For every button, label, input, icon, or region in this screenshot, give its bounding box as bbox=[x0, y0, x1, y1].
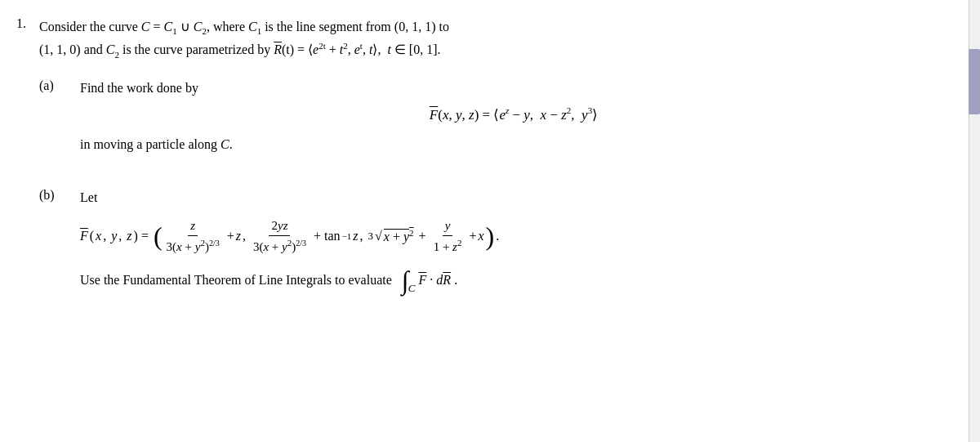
part-a-equation: F(x, y, z) = ⟨ez − y, x − z2, y3⟩ bbox=[80, 105, 947, 123]
part-a: (a) Find the work done by F(x, y, z) = ⟨… bbox=[39, 77, 947, 160]
part-a-intro: Find the work done by bbox=[80, 77, 947, 99]
part-b-closing: Use the Fundamental Theorem of Line Inte… bbox=[80, 267, 947, 293]
fundamental-theorem-text: Use the Fundamental Theorem of Line Inte… bbox=[80, 273, 392, 288]
part-b: (b) Let F(x, y, z) = ( z 3(x + y2)2/3 + … bbox=[39, 186, 947, 293]
part-b-equation: F(x, y, z) = ( z 3(x + y2)2/3 + z, 2yz 3… bbox=[80, 217, 947, 256]
scrollbar[interactable] bbox=[969, 0, 980, 442]
problem-intro: Consider the curve C = C1 ∪ C2, where C1… bbox=[39, 16, 947, 62]
part-b-intro: Let bbox=[80, 186, 947, 208]
part-a-closing: in moving a particle along C. bbox=[80, 133, 947, 155]
page-container: 1. Consider the curve C = C1 ∪ C2, where… bbox=[0, 0, 980, 442]
part-a-label: (a) bbox=[39, 77, 80, 93]
problem-number-label: 1. bbox=[16, 16, 39, 31]
part-a-content: Find the work done by F(x, y, z) = ⟨ez −… bbox=[80, 77, 947, 160]
scrollbar-thumb[interactable] bbox=[969, 49, 980, 114]
problem-1: 1. Consider the curve C = C1 ∪ C2, where… bbox=[16, 16, 947, 62]
part-b-content: Let F(x, y, z) = ( z 3(x + y2)2/3 + z, 2… bbox=[80, 186, 947, 293]
part-b-label: (b) bbox=[39, 186, 80, 203]
